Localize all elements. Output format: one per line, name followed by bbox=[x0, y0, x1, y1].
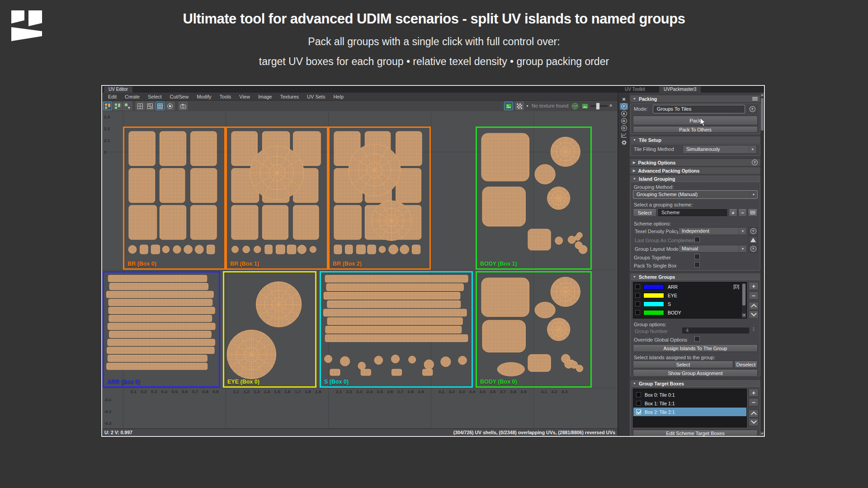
panel-tab-uv-toolkit[interactable]: UV Toolkit bbox=[620, 86, 650, 93]
grid-display-icon[interactable] bbox=[156, 102, 165, 110]
scheme-group-row-eye[interactable]: EYE bbox=[633, 291, 746, 300]
scheme-group-row-arr[interactable]: ARR[D] bbox=[633, 282, 746, 291]
grouping-icon[interactable]: G bbox=[620, 117, 628, 124]
panel-tab-uvpackmaster3[interactable]: UVPackmaster3 bbox=[659, 86, 701, 93]
scheme-group-row-s[interactable]: S bbox=[633, 300, 746, 308]
menu-image[interactable]: Image bbox=[254, 94, 276, 99]
uv-target-box[interactable]: BODY (Box 1) bbox=[476, 127, 592, 270]
scheme-select-button[interactable]: Select bbox=[633, 208, 656, 217]
rgb-channels-icon[interactable] bbox=[571, 102, 580, 110]
uv-target-box[interactable]: BR (Box 0) bbox=[123, 127, 226, 270]
group-layout-dropdown[interactable]: Manual ▼ bbox=[678, 245, 747, 253]
menu-help[interactable]: Help bbox=[329, 94, 348, 99]
override-global-checkbox[interactable] bbox=[694, 336, 700, 342]
cut-icon[interactable]: × bbox=[620, 96, 628, 103]
menu-create[interactable]: Create bbox=[121, 94, 144, 99]
toolbar-overflow-icon[interactable]: ›› bbox=[609, 102, 611, 108]
grid-snap-icon[interactable] bbox=[136, 102, 145, 110]
scheme-list-scrollbar[interactable] bbox=[742, 283, 746, 318]
edit-scheme-target-boxes-button[interactable]: Edit Scheme Target Boxes bbox=[633, 430, 758, 436]
uv-canvas[interactable]: 2.32.22.12-0.1-0.2-0.30.10.20.30.40.50.6… bbox=[102, 111, 618, 428]
group-number-spinner[interactable]: ▲▼ bbox=[752, 327, 755, 332]
scheme-group-row-body[interactable]: BODY bbox=[633, 308, 746, 317]
packing-icon[interactable]: P bbox=[620, 103, 628, 110]
assign-islands-button[interactable]: Assign Islands To The Group bbox=[633, 344, 758, 352]
show-group-assignment-button[interactable]: Show Group Assignment bbox=[633, 369, 758, 377]
texture-display-icon[interactable] bbox=[504, 102, 513, 110]
menu-edit[interactable]: Edit bbox=[104, 94, 121, 99]
pack-single-box-checkbox[interactable] bbox=[694, 262, 700, 267]
menu-select[interactable]: Select bbox=[144, 94, 166, 99]
packing-mode-field[interactable]: Groups To Tiles bbox=[653, 105, 745, 113]
pack-button[interactable]: Pack bbox=[633, 116, 758, 125]
section-header-group-target-boxes[interactable]: ▼ Group Target Boxes bbox=[630, 380, 760, 387]
shell-move-icon[interactable] bbox=[123, 102, 132, 110]
last-group-warning-button[interactable] bbox=[749, 236, 758, 244]
checker-dropdown-caret-icon[interactable]: ▼ bbox=[526, 104, 529, 108]
select-islands-button[interactable]: Select bbox=[633, 361, 733, 368]
other-tools-icon[interactable]: O bbox=[620, 125, 628, 131]
target-boxes-list[interactable]: Box 0: Tile 0:1Box 1: Tile 1:1Box 2: Til… bbox=[633, 389, 747, 427]
section-header-packing-options[interactable]: ▶ Packing Options ? bbox=[630, 159, 760, 166]
menu-view[interactable]: View bbox=[235, 94, 254, 99]
scheme-groups-list[interactable]: ARR[D]EYESBODY bbox=[633, 282, 747, 319]
texel-help-button[interactable]: ? bbox=[749, 227, 758, 235]
packing-options-help-icon[interactable]: ? bbox=[752, 160, 758, 165]
add-box-button[interactable]: + bbox=[749, 389, 759, 397]
move-group-up-button[interactable] bbox=[749, 302, 759, 310]
uv-target-box[interactable]: ARR (Box 0) bbox=[103, 271, 220, 388]
section-header-scheme-groups[interactable]: ▼ Scheme Groups bbox=[630, 273, 760, 280]
section-header-tile-setup[interactable]: ▼ Tile Setup bbox=[630, 136, 760, 143]
dim-image-icon[interactable] bbox=[165, 102, 175, 110]
move-box-down-button[interactable] bbox=[749, 418, 759, 426]
uv-target-box[interactable]: EYE (Box 0) bbox=[223, 271, 316, 388]
move-group-down-button[interactable] bbox=[749, 310, 759, 319]
pack-to-others-button[interactable]: Pack To Others bbox=[633, 126, 758, 133]
uv-target-box[interactable]: BR (Box 2) bbox=[328, 127, 431, 270]
target-box-row-2[interactable]: Box 2: Tile 2:1 bbox=[633, 408, 746, 416]
remove-box-button[interactable]: − bbox=[749, 398, 759, 406]
group-checkbox[interactable] bbox=[635, 310, 640, 315]
target-box-row-0[interactable]: Box 0: Tile 0:1 bbox=[633, 390, 746, 399]
add-group-button[interactable]: + bbox=[749, 282, 759, 290]
layout-help-button[interactable]: ? bbox=[749, 245, 758, 253]
menu-tools[interactable]: Tools bbox=[216, 94, 236, 99]
add-scheme-button[interactable]: + bbox=[729, 208, 737, 217]
section-header-island-grouping[interactable]: ▼ Island Grouping bbox=[630, 175, 760, 182]
group-checkbox[interactable] bbox=[635, 284, 640, 289]
uv-target-box[interactable]: BODY (Box 0) bbox=[476, 271, 592, 388]
group-number-field[interactable]: 4 bbox=[682, 327, 750, 334]
panel-scrollbar[interactable] bbox=[760, 93, 764, 436]
uv-snapshot-icon[interactable] bbox=[179, 102, 188, 110]
menu-modify[interactable]: Modify bbox=[193, 94, 215, 99]
target-box-checkbox[interactable] bbox=[636, 392, 641, 397]
section-header-packing[interactable]: ▼ Packing bbox=[630, 95, 760, 102]
tab-uv-editor[interactable]: UV Editor bbox=[104, 86, 132, 93]
target-box-checkbox[interactable] bbox=[636, 401, 641, 406]
target-box-row-1[interactable]: Box 1: Tile 1:1 bbox=[633, 399, 746, 408]
menu-hamburger-icon[interactable] bbox=[752, 96, 758, 102]
remove-scheme-button[interactable]: − bbox=[738, 208, 747, 217]
pixel-snap-icon[interactable] bbox=[146, 102, 155, 110]
scheme-list-button[interactable] bbox=[748, 208, 758, 217]
alignment-icon[interactable]: A bbox=[620, 110, 628, 117]
texel-density-dropdown[interactable]: Independent ▼ bbox=[678, 227, 747, 235]
settings-gear-icon[interactable] bbox=[620, 139, 628, 146]
menu-cut-sew[interactable]: Cut/Sew bbox=[166, 94, 193, 99]
groups-together-checkbox[interactable] bbox=[694, 254, 700, 259]
uv-distortion-icon[interactable] bbox=[103, 102, 112, 110]
exposure-slider-thumb[interactable] bbox=[596, 103, 600, 110]
stats-icon[interactable] bbox=[620, 132, 628, 139]
image-range-icon[interactable] bbox=[580, 102, 590, 110]
uv-target-box[interactable]: S (Box 0) bbox=[320, 271, 473, 388]
remove-group-button[interactable]: − bbox=[749, 291, 759, 300]
move-box-up-button[interactable] bbox=[749, 409, 759, 418]
group-checkbox[interactable] bbox=[635, 293, 640, 298]
shell-select-icon[interactable] bbox=[113, 102, 122, 110]
section-header-advanced-packing[interactable]: ▶ Advanced Packing Options bbox=[630, 167, 760, 174]
deselect-islands-button[interactable]: Deselect bbox=[734, 361, 758, 368]
menu-uv-sets[interactable]: UV Sets bbox=[303, 94, 329, 99]
mode-help-button[interactable]: ? bbox=[748, 105, 757, 113]
menu-textures[interactable]: Textures bbox=[276, 94, 303, 99]
target-box-checkbox[interactable] bbox=[636, 409, 641, 414]
